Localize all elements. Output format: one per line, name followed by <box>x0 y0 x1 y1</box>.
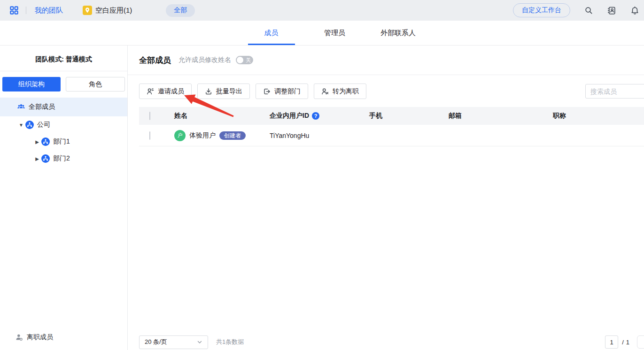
topbar-divider <box>26 7 26 14</box>
page-title: 全部成员 <box>139 55 171 66</box>
mark-resigned-button[interactable]: 转为离职 <box>314 84 366 99</box>
toggle-state-label: 关 <box>246 57 251 63</box>
org-structure-button[interactable]: 组织架构 <box>2 77 61 91</box>
team-mode-label: 团队模式: 普通模式 <box>0 46 127 71</box>
batch-export-label: 批量导出 <box>216 87 242 96</box>
select-all-checkbox[interactable] <box>149 112 150 120</box>
tab-admins[interactable]: 管理员 <box>303 21 366 45</box>
tab-members-label: 成员 <box>264 29 279 38</box>
table-row[interactable]: 户 体验用户 创建者 TiYanYongHu <box>139 125 644 146</box>
toggle-knob <box>237 57 243 63</box>
members-panel: 全部成员 允许成员修改姓名 关 邀请成员 <box>128 46 644 350</box>
resigned-members-label: 离职成员 <box>27 333 53 342</box>
batch-export-button[interactable]: 批量导出 <box>197 84 250 99</box>
page-separator: / <box>622 339 624 346</box>
org-node-icon <box>41 137 50 146</box>
pagination: 1 / 1 <box>605 335 644 349</box>
adjust-department-button[interactable]: 调整部门 <box>256 84 308 99</box>
app-name: 空白应用(1) <box>95 6 132 15</box>
org-tree: 全部成员 ▼ 公司 ▶ <box>0 98 127 167</box>
search-icon[interactable] <box>584 6 593 15</box>
team-admin-page: 我的团队 空白应用(1) 全部 自定义工作台 <box>0 0 644 350</box>
tab-members[interactable]: 成员 <box>240 21 303 45</box>
org-node-icon <box>25 121 34 129</box>
org-sidebar: 团队模式: 普通模式 组织架构 角色 <box>0 46 128 350</box>
avatar: 户 <box>174 130 186 141</box>
app-grid-icon[interactable] <box>9 6 19 15</box>
tree-item-dept2-label: 部门2 <box>53 154 70 163</box>
active-tab-underline <box>248 44 295 45</box>
members-toolbar: 邀请成员 批量导出 <box>139 84 644 99</box>
app-icon <box>83 6 92 15</box>
notification-bell-icon[interactable] <box>630 6 639 15</box>
contacts-icon[interactable] <box>607 6 616 15</box>
tree-item-all-members-label: 全部成员 <box>29 103 55 111</box>
caret-right-icon[interactable]: ▶ <box>34 139 40 145</box>
tree-item-dept1-label: 部门1 <box>53 137 70 146</box>
caret-right-icon[interactable]: ▶ <box>34 156 40 161</box>
page-size-value: 20 条/页 <box>145 338 167 346</box>
my-team-link[interactable]: 我的团队 <box>35 6 63 15</box>
tree-item-all-members[interactable]: 全部成员 <box>0 98 127 116</box>
tree-item-company-label: 公司 <box>37 121 50 129</box>
tab-external-contacts[interactable]: 外部联系人 <box>366 21 430 45</box>
col-header-phone: 手机 <box>369 112 449 120</box>
resigned-person-icon <box>16 334 23 341</box>
adjust-department-label: 调整部门 <box>274 87 301 96</box>
row-checkbox[interactable] <box>149 131 150 140</box>
allow-rename-label: 允许成员修改姓名 <box>178 56 231 64</box>
invite-member-button[interactable]: 邀请成员 <box>139 84 192 99</box>
member-tabbar: 成员 管理员 外部联系人 <box>0 21 644 46</box>
member-user-id: TiYanYongHu <box>270 132 369 139</box>
custom-workbench-button[interactable]: 自定义工作台 <box>513 3 570 17</box>
table-header-row: 姓名 企业内用户ID ? 手机 邮箱 职称 <box>139 107 644 125</box>
mark-resigned-label: 转为离职 <box>333 87 359 96</box>
topbar: 我的团队 空白应用(1) 全部 自定义工作台 <box>0 0 644 21</box>
scope-pill[interactable]: 全部 <box>166 4 195 17</box>
table-footer: 20 条/页 共1条数据 1 / 1 <box>139 335 644 349</box>
page-size-select[interactable]: 20 条/页 <box>139 335 208 349</box>
col-header-user-id: 企业内用户ID <box>270 112 309 120</box>
col-header-job-title: 职称 <box>553 112 644 120</box>
org-node-icon <box>41 154 50 163</box>
move-out-icon <box>263 88 271 95</box>
total-count-label: 共1条数据 <box>216 338 244 346</box>
tree-item-dept2[interactable]: ▶ 部门2 <box>0 150 127 167</box>
invite-member-label: 邀请成员 <box>158 87 184 96</box>
page-jump-button[interactable] <box>637 335 644 349</box>
current-app[interactable]: 空白应用(1) <box>83 6 132 15</box>
col-header-email: 邮箱 <box>449 112 553 120</box>
col-header-name: 姓名 <box>174 112 270 120</box>
allow-rename-toggle[interactable]: 关 <box>236 56 253 64</box>
current-page-box[interactable]: 1 <box>605 335 618 349</box>
person-remove-icon <box>321 88 329 95</box>
tree-item-dept1[interactable]: ▶ 部门1 <box>0 133 127 150</box>
topbar-actions: 自定义工作台 <box>513 3 639 17</box>
resigned-members-item[interactable]: 离职成员 <box>16 333 53 342</box>
creator-badge: 创建者 <box>219 131 246 140</box>
invite-person-icon <box>147 88 154 95</box>
download-icon <box>205 88 212 95</box>
help-icon[interactable]: ? <box>312 112 319 120</box>
panel-header: 全部成员 允许成员修改姓名 关 <box>128 46 644 75</box>
tab-external-contacts-label: 外部联系人 <box>380 29 416 38</box>
caret-down-icon[interactable]: ▼ <box>18 122 24 128</box>
members-table: 姓名 企业内用户ID ? 手机 邮箱 职称 户 体验用户 创建者 <box>139 107 644 146</box>
team-members-icon <box>17 103 25 111</box>
scope-pill-label: 全部 <box>174 6 187 15</box>
member-name: 体验用户 <box>189 131 216 140</box>
roles-button[interactable]: 角色 <box>66 77 125 91</box>
tab-admins-label: 管理员 <box>324 29 345 38</box>
total-pages-value: 1 <box>626 339 629 346</box>
tree-item-company[interactable]: ▼ 公司 <box>0 116 127 133</box>
chevron-down-icon <box>197 339 202 345</box>
sidebar-segment-buttons: 组织架构 角色 <box>0 71 127 91</box>
search-member-input[interactable] <box>585 84 644 99</box>
page-total-label: / 1 <box>622 339 629 346</box>
